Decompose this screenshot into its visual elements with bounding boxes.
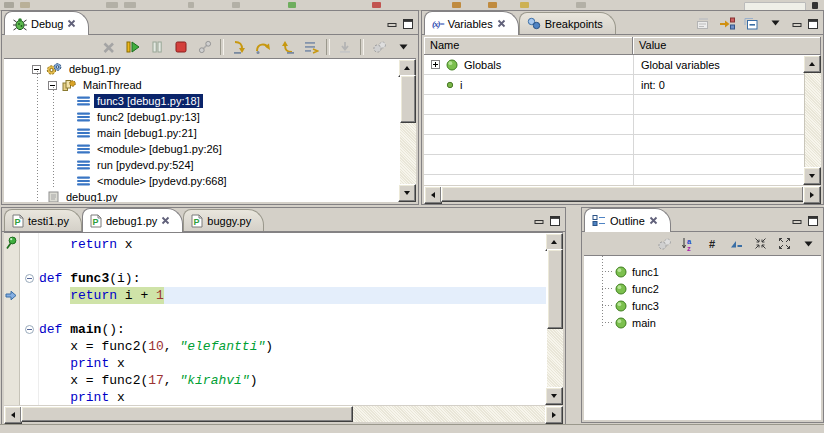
- code-line[interactable]: return x: [39, 236, 546, 253]
- code-line[interactable]: def func3(i):: [39, 270, 546, 287]
- expand-arrows-button[interactable]: [775, 235, 793, 253]
- debug-tree-item[interactable]: main [debug1.py:21]: [4, 125, 399, 141]
- close-icon[interactable]: [497, 19, 506, 28]
- scroll-thumb[interactable]: [547, 249, 563, 329]
- outline-item[interactable]: main: [584, 314, 821, 331]
- sort-az-button[interactable]: az: [679, 235, 697, 253]
- code-line[interactable]: return i + 1: [39, 287, 546, 304]
- use-step-filters-button[interactable]: [302, 38, 320, 56]
- annotation-ruler[interactable]: [4, 233, 20, 405]
- code-line[interactable]: print x: [39, 355, 546, 372]
- tab-breakpoints[interactable]: Breakpoints: [519, 12, 616, 34]
- code-line[interactable]: x = func2(17, "kirahvi"): [39, 372, 546, 389]
- variables-hscroll[interactable]: [424, 186, 821, 202]
- folding-ruler[interactable]: [20, 233, 39, 405]
- scroll-down-button[interactable]: [545, 387, 563, 405]
- hide-static-button[interactable]: [727, 235, 745, 253]
- debug-tree-item[interactable]: MainThread: [4, 77, 399, 93]
- disconnect-button[interactable]: [196, 38, 214, 56]
- maximize-button[interactable]: [806, 215, 819, 227]
- gears-gray-button[interactable]: [370, 38, 388, 56]
- hash-button[interactable]: #: [703, 235, 721, 253]
- column-header-name[interactable]: Name: [424, 37, 633, 55]
- step-over-button[interactable]: [254, 38, 272, 56]
- minimize-button[interactable]: [532, 215, 545, 227]
- menu-button[interactable]: [766, 14, 784, 32]
- debug-tree-vscroll[interactable]: [400, 59, 416, 202]
- maximize-button[interactable]: [401, 18, 414, 30]
- show-type-names-button[interactable]: [694, 14, 712, 32]
- fold-collapse-marker[interactable]: [25, 274, 34, 283]
- debug-tree-item[interactable]: debug1.py: [4, 61, 399, 77]
- close-icon[interactable]: [67, 19, 76, 28]
- scroll-thumb[interactable]: [21, 406, 353, 422]
- tab-buggypy[interactable]: P buggy.py: [183, 209, 264, 231]
- step-into-button[interactable]: [230, 38, 248, 56]
- stack-frame-icon: [77, 160, 90, 170]
- code-editor[interactable]: return xdef func3(i): return i + 1def ma…: [39, 236, 546, 405]
- scroll-right-button[interactable]: [545, 406, 563, 424]
- menu-button[interactable]: [799, 235, 817, 253]
- scroll-down-button[interactable]: [398, 184, 416, 202]
- scroll-left-button[interactable]: [4, 406, 22, 424]
- maximize-button[interactable]: [806, 18, 819, 30]
- close-icon[interactable]: [161, 216, 170, 225]
- minimize-button[interactable]: [385, 18, 398, 30]
- debug-tree-item[interactable]: <module> [pydevd.py:668]: [4, 173, 399, 189]
- outline-item[interactable]: func1: [584, 263, 821, 280]
- variables-row[interactable]: iint: 0: [424, 75, 821, 95]
- debug-tree-item[interactable]: debug1.py: [4, 189, 399, 202]
- status-bar-cutoff: [0, 424, 824, 433]
- scroll-thumb[interactable]: [400, 75, 416, 123]
- scroll-down-button[interactable]: [803, 167, 821, 185]
- close-icon[interactable]: [649, 216, 658, 225]
- debug-tree-item[interactable]: <module> [debug1.py:26]: [4, 141, 399, 157]
- outline-tabrow: Outline: [582, 208, 823, 232]
- scroll-up-button[interactable]: [803, 55, 821, 73]
- resume-button[interactable]: [124, 38, 142, 56]
- outline-item[interactable]: func3: [584, 297, 821, 314]
- editor-hscroll[interactable]: [4, 406, 563, 422]
- tab-variables[interactable]: (x)= Variables: [424, 11, 519, 35]
- variable-name: i: [460, 79, 462, 91]
- code-line[interactable]: print x: [39, 389, 546, 405]
- editor-content[interactable]: return xdef func3(i): return i + 1def ma…: [4, 232, 563, 405]
- debug-tree-item[interactable]: func2 [debug1.py:13]: [4, 109, 399, 125]
- disconnect-icon: [198, 40, 212, 54]
- tab-debug[interactable]: Debug: [4, 11, 89, 35]
- editor-vscroll[interactable]: [547, 233, 563, 405]
- code-line[interactable]: x = func2(10, "elefantti"): [39, 338, 546, 355]
- drop-to-frame-button[interactable]: [336, 38, 354, 56]
- debug-tree-item[interactable]: func3 [debug1.py:18]: [4, 93, 399, 109]
- code-line[interactable]: [39, 304, 546, 321]
- minimize-button[interactable]: [790, 215, 803, 227]
- show-logical-structure-button[interactable]: [718, 14, 736, 32]
- gears-gray-button[interactable]: [655, 235, 673, 253]
- tab-debug1py[interactable]: P debug1.py: [82, 208, 183, 232]
- variables-vscroll[interactable]: [804, 55, 821, 185]
- debug-tree-item[interactable]: run [pydevd.py:524]: [4, 157, 399, 173]
- column-header-value[interactable]: Value: [633, 37, 821, 55]
- scroll-thumb[interactable]: [441, 186, 804, 202]
- remove-terminated-button[interactable]: [100, 38, 118, 56]
- outline-item[interactable]: func2: [584, 280, 821, 297]
- code-line[interactable]: def main():: [39, 321, 546, 338]
- tab-outline[interactable]: Outline: [584, 208, 671, 232]
- scroll-right-button[interactable]: [803, 186, 821, 204]
- code-line[interactable]: [39, 253, 546, 270]
- collapse-arrows-button[interactable]: [751, 235, 769, 253]
- tab-testi1py[interactable]: P testi1.py: [4, 209, 82, 231]
- maximize-button[interactable]: [548, 215, 561, 227]
- step-return-button[interactable]: [278, 38, 296, 56]
- menu-button[interactable]: [394, 38, 412, 56]
- scroll-left-button[interactable]: [424, 186, 442, 204]
- expand-toggle[interactable]: [431, 60, 440, 69]
- column-divider[interactable]: [633, 55, 634, 185]
- suspend-button[interactable]: [148, 38, 166, 56]
- terminate-button[interactable]: [172, 38, 190, 56]
- minimize-button[interactable]: [790, 18, 803, 30]
- fold-collapse-marker[interactable]: [25, 325, 34, 334]
- tab-buggypy-label: buggy.py: [207, 215, 251, 227]
- variables-row[interactable]: GlobalsGlobal variables: [424, 55, 821, 75]
- collapse-all-button[interactable]: [742, 14, 760, 32]
